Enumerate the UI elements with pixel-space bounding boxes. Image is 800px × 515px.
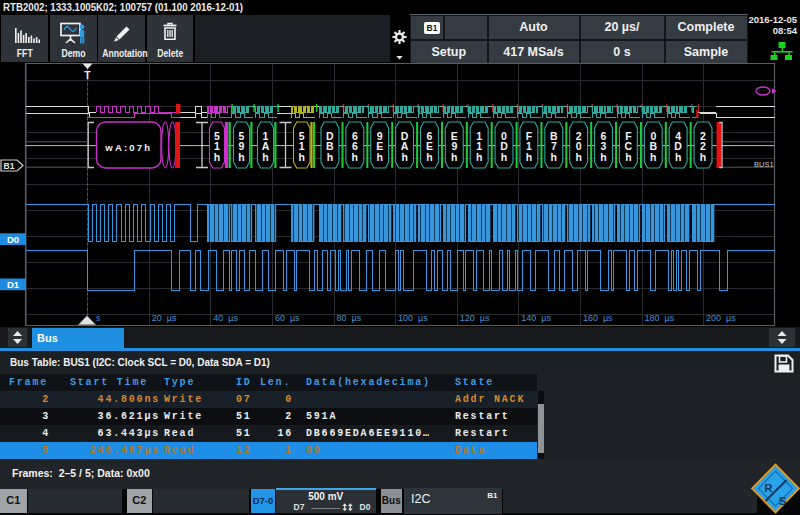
- svg-text:100 µs: 100 µs: [398, 313, 428, 323]
- svg-text:h: h: [526, 151, 532, 163]
- svg-text:180 µs: 180 µs: [645, 313, 675, 323]
- svg-text:h: h: [401, 151, 407, 163]
- svg-text:40 µs: 40 µs: [213, 313, 238, 323]
- svg-text:B1: B1: [4, 161, 15, 171]
- svg-text:h: h: [476, 151, 482, 163]
- svg-text:80 µs: 80 µs: [337, 313, 362, 323]
- svg-text:160 µs: 160 µs: [583, 313, 613, 323]
- svg-text:h: h: [551, 151, 557, 163]
- svg-text:h: h: [675, 151, 681, 163]
- svg-text:D0: D0: [7, 234, 19, 245]
- svg-text:h: h: [298, 151, 304, 163]
- svg-text:R: R: [764, 482, 773, 494]
- svg-text:h: h: [376, 151, 382, 163]
- svg-text:140 µs: 140 µs: [521, 313, 551, 323]
- svg-text:T: T: [84, 69, 91, 81]
- svg-text:h: h: [451, 151, 457, 163]
- svg-text:h: h: [214, 151, 220, 163]
- svg-text:h: h: [327, 151, 333, 163]
- svg-text:wA:07h: wA:07h: [104, 142, 152, 153]
- svg-text:60 µs: 60 µs: [275, 313, 300, 323]
- svg-text:h: h: [426, 151, 432, 163]
- svg-text:20 µs: 20 µs: [152, 313, 177, 323]
- svg-text:h: h: [352, 151, 358, 163]
- svg-text:h: h: [501, 151, 507, 163]
- svg-text:h: h: [650, 151, 656, 163]
- svg-text:200 µs: 200 µs: [706, 313, 736, 323]
- svg-text:120 µs: 120 µs: [460, 313, 490, 323]
- svg-text:BUS1: BUS1: [754, 160, 774, 169]
- svg-text:S: S: [779, 495, 787, 507]
- svg-text:D1: D1: [7, 279, 20, 290]
- svg-text:h: h: [700, 151, 706, 163]
- svg-text:h: h: [262, 151, 268, 163]
- svg-text:h: h: [625, 151, 631, 163]
- svg-text:s: s: [96, 313, 100, 323]
- svg-text:h: h: [600, 151, 606, 163]
- svg-text:h: h: [238, 151, 244, 163]
- svg-text:h: h: [575, 151, 581, 163]
